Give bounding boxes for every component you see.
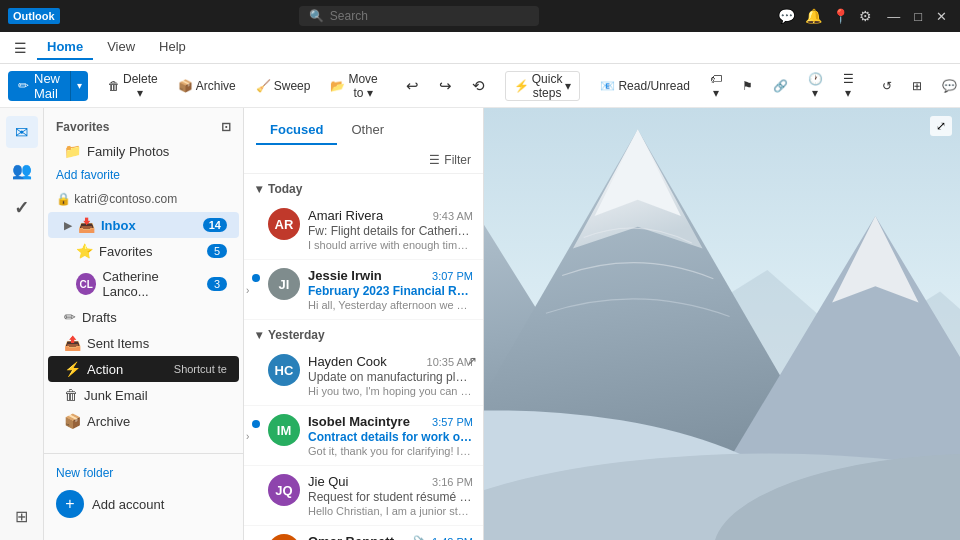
sweep-button[interactable]: 🧹 Sweep bbox=[248, 71, 319, 101]
hayden-subject: Update on manufacturing plant... bbox=[308, 370, 473, 384]
omar-time: 1:42 PM bbox=[432, 536, 473, 541]
reply-button[interactable]: ↩ bbox=[398, 71, 427, 101]
amari-subject: Fw: Flight details for Catherine's gr... bbox=[308, 224, 473, 238]
sidebar-icon-contacts[interactable]: 👥 bbox=[6, 154, 38, 186]
new-mail-button[interactable]: ✏ New Mail ▾ bbox=[8, 71, 88, 101]
section-today[interactable]: ▾ Today bbox=[244, 174, 483, 200]
new-folder-link[interactable]: New folder bbox=[44, 462, 243, 484]
mail-item-4[interactable]: IM Isobel Macintyre 3:57 PM Contract det… bbox=[244, 406, 483, 466]
quick-steps-button[interactable]: ⚡ Quick steps ▾ bbox=[505, 71, 581, 101]
sidebar-icon-tasks[interactable]: ✓ bbox=[6, 192, 38, 224]
time-button[interactable]: 🕐 ▾ bbox=[800, 71, 831, 101]
favorites-folder-icon: ⭐ bbox=[76, 243, 93, 259]
tab-focused[interactable]: Focused bbox=[256, 116, 337, 145]
filter-button[interactable]: ☰ Filter bbox=[256, 151, 471, 169]
nav-item-inbox[interactable]: ▶ 📥 Inbox 14 bbox=[48, 212, 239, 238]
favorites-label: Favorites bbox=[56, 120, 109, 134]
archive-button[interactable]: 📦 Archive bbox=[170, 71, 244, 101]
unread-dot-2 bbox=[252, 274, 260, 282]
sidebar-icon-mail[interactable]: ✉ bbox=[6, 116, 38, 148]
title-bar-left: Outlook bbox=[8, 8, 60, 24]
unread-dot-4 bbox=[252, 420, 260, 428]
hamburger-menu[interactable]: ☰ bbox=[8, 36, 33, 60]
add-account-label: Add account bbox=[92, 497, 164, 512]
mail-item-6[interactable]: OB Omar Bennett 📎 1:42 PM Tailwinds (New… bbox=[244, 526, 483, 540]
tab-other[interactable]: Other bbox=[337, 116, 398, 145]
grid-button[interactable]: ⊞ bbox=[904, 71, 930, 101]
minimize-button[interactable]: — bbox=[882, 7, 905, 26]
expand-reading-pane-button[interactable]: ⤢ bbox=[930, 116, 952, 136]
readunread-icon: 📧 bbox=[600, 79, 615, 93]
filter-icon: ☰ bbox=[429, 153, 440, 167]
comment-button[interactable]: 💬 bbox=[934, 71, 960, 101]
forward-button[interactable]: ⟲ bbox=[464, 71, 493, 101]
chat-icon[interactable]: 💬 bbox=[778, 8, 795, 24]
mail-item-1[interactable]: AR Amari Rivera 9:43 AM Fw: Flight detai… bbox=[244, 200, 483, 260]
cursor-icon: ↗ bbox=[467, 354, 477, 368]
moveto-icon: 📂 bbox=[330, 79, 345, 93]
move-to-button[interactable]: 📂 Move to ▾ bbox=[322, 71, 385, 101]
delete-button[interactable]: 🗑 Delete ▾ bbox=[100, 71, 166, 101]
new-mail-main[interactable]: ✏ New Mail bbox=[8, 71, 71, 101]
mail-list-body: ▾ Today AR Amari Rivera 9:43 AM Fw: Flig… bbox=[244, 174, 483, 540]
outlook-logo: Outlook bbox=[8, 8, 60, 24]
mail-item-3[interactable]: HC Hayden Cook 10:35 AM Update on manufa… bbox=[244, 346, 483, 406]
mail-item-2[interactable]: JI Jessie Irwin 3:07 PM February 2023 Fi… bbox=[244, 260, 483, 320]
isobel-avatar: IM bbox=[268, 414, 300, 446]
section-yesterday[interactable]: ▾ Yesterday bbox=[244, 320, 483, 346]
read-unread-button[interactable]: 📧 Read/Unread bbox=[592, 71, 697, 101]
title-bar-right: 💬 🔔 📍 ⚙ — □ ✕ bbox=[778, 7, 952, 26]
location-icon[interactable]: 📍 bbox=[832, 8, 849, 24]
sweep-icon: 🧹 bbox=[256, 79, 271, 93]
isobel-content: Isobel Macintyre 3:57 PM Contract detail… bbox=[308, 414, 473, 457]
hayden-avatar: HC bbox=[268, 354, 300, 386]
settings-icon[interactable]: ⚙ bbox=[859, 8, 872, 24]
sidebar-icon-apps[interactable]: ⊞ bbox=[6, 500, 38, 532]
link-button[interactable]: 🔗 bbox=[765, 71, 796, 101]
mail-list-header: Focused Other ☰ Filter bbox=[244, 108, 483, 174]
omar-sender: Omar Bennett bbox=[308, 534, 394, 540]
favorites-folder-label: Favorites bbox=[99, 244, 152, 259]
quicksteps-icon: ⚡ bbox=[514, 79, 529, 93]
amari-preview: I should arrive with enough time to atte… bbox=[308, 239, 473, 251]
nav-item-drafts[interactable]: ✏ Drafts bbox=[48, 304, 239, 330]
today-label: Today bbox=[268, 182, 302, 196]
nav-item-family-photos[interactable]: 📁 Family Photos bbox=[48, 138, 239, 164]
add-account-item[interactable]: + Add account bbox=[44, 484, 243, 524]
tab-help[interactable]: Help bbox=[149, 35, 196, 60]
mail-item-5[interactable]: JQ Jie Qui 3:16 PM Request for student r… bbox=[244, 466, 483, 526]
isobel-time: 3:57 PM bbox=[432, 416, 473, 428]
tab-view[interactable]: View bbox=[97, 35, 145, 60]
nav-item-favorites[interactable]: ⭐ Favorites 5 bbox=[48, 238, 239, 264]
nav-item-sent[interactable]: 📤 Sent Items bbox=[48, 330, 239, 356]
title-bar: Outlook 🔍 💬 🔔 📍 ⚙ — □ ✕ bbox=[0, 0, 960, 32]
folder-icon: 📁 bbox=[64, 143, 81, 159]
nav-item-archive[interactable]: 📦 Archive bbox=[48, 408, 239, 434]
omar-avatar: OB bbox=[268, 534, 300, 540]
close-button[interactable]: ✕ bbox=[931, 7, 952, 26]
tag-button[interactable]: 🏷 ▾ bbox=[702, 71, 730, 101]
nav-item-action[interactable]: ⚡ Action Shortcut te bbox=[48, 356, 239, 382]
notification-icon[interactable]: 🔔 bbox=[805, 8, 822, 24]
window-controls: — □ ✕ bbox=[882, 7, 952, 26]
flag-button[interactable]: ⚑ bbox=[734, 71, 761, 101]
undo-button[interactable]: ↺ bbox=[874, 71, 900, 101]
search-bar[interactable]: 🔍 bbox=[299, 6, 539, 26]
archive-icon: 📦 bbox=[178, 79, 193, 93]
nav-item-catherine[interactable]: CL Catherine Lanco... 3 bbox=[48, 264, 239, 304]
new-mail-dropdown[interactable]: ▾ bbox=[71, 71, 88, 101]
reading-pane: ⤢ bbox=[484, 108, 960, 540]
toolbar: ✏ New Mail ▾ 🗑 Delete ▾ 📦 Archive 🧹 Swee… bbox=[0, 64, 960, 108]
tab-home[interactable]: Home bbox=[37, 35, 93, 60]
nav-favorites-header[interactable]: Favorites ⊡ bbox=[44, 116, 243, 138]
reply-all-button[interactable]: ↪ bbox=[431, 71, 460, 101]
add-favorite-link[interactable]: Add favorite bbox=[44, 164, 243, 186]
jie-time: 3:16 PM bbox=[432, 476, 473, 488]
nav-item-junk[interactable]: 🗑 Junk Email bbox=[48, 382, 239, 408]
hayden-preview: Hi you two, I'm hoping you can help me bbox=[308, 385, 473, 397]
view-button[interactable]: ☰ ▾ bbox=[835, 71, 862, 101]
maximize-button[interactable]: □ bbox=[909, 7, 927, 26]
search-input[interactable] bbox=[330, 9, 510, 23]
isobel-preview: Got it, thank you for clarifying! In tha… bbox=[308, 445, 473, 457]
jessie-content: Jessie Irwin 3:07 PM February 2023 Finan… bbox=[308, 268, 473, 311]
